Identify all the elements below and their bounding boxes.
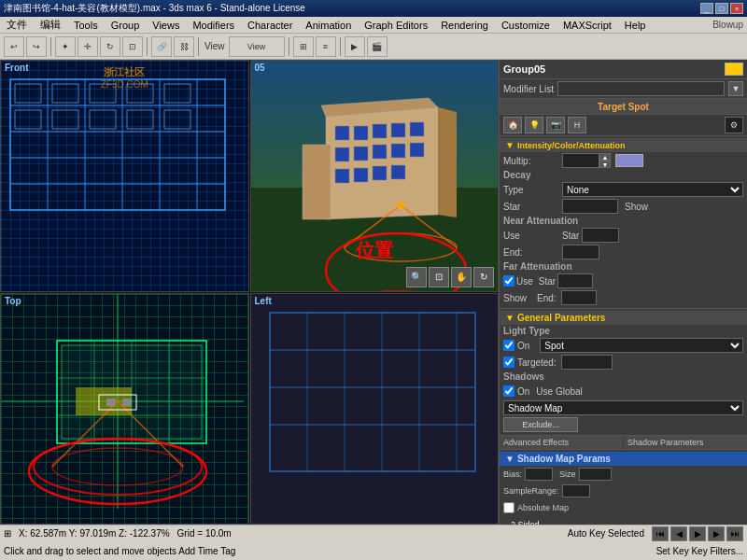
menu-graph-editors[interactable]: Graph Editors bbox=[361, 20, 430, 31]
multip-down[interactable]: ▼ bbox=[599, 161, 611, 168]
menu-customize[interactable]: Customize bbox=[499, 20, 553, 31]
nav-icons[interactable]: 🔍 ⊡ ✋ ↻ bbox=[406, 267, 494, 287]
panel-house-btn[interactable]: 🏠 bbox=[503, 117, 522, 133]
toolbar-unlink[interactable]: ⛓ bbox=[174, 36, 194, 57]
toolbar-undo[interactable]: ↩ bbox=[4, 36, 24, 57]
bias-label: Bias: bbox=[503, 469, 522, 479]
light-type-select[interactable]: Spot bbox=[540, 338, 743, 353]
menu-tools[interactable]: Tools bbox=[71, 20, 101, 31]
svg-rect-14 bbox=[164, 84, 190, 103]
menu-animation[interactable]: Animation bbox=[303, 20, 354, 31]
viewport-right[interactable]: Left bbox=[250, 293, 500, 525]
general-params-header[interactable]: ▼ General Parameters bbox=[500, 311, 747, 325]
viewport-perspective[interactable]: 05 bbox=[250, 60, 500, 292]
bias-input[interactable]: 0.0 bbox=[525, 468, 553, 481]
panel-cam-btn[interactable]: 📷 bbox=[546, 117, 565, 133]
type-select[interactable]: None bbox=[562, 182, 743, 197]
shadows-label: Shadows bbox=[500, 371, 747, 383]
near-start-input[interactable]: 0.0m bbox=[582, 228, 619, 243]
play-btn[interactable]: ▶ bbox=[689, 526, 706, 541]
shadow-map-params-header[interactable]: ▼ Shadow Map Params bbox=[500, 452, 747, 466]
object-color-swatch[interactable] bbox=[725, 63, 743, 76]
minimize-button[interactable]: _ bbox=[700, 3, 713, 14]
menu-edit[interactable]: 编辑 bbox=[37, 18, 63, 32]
toolbar-view-btn[interactable]: View bbox=[229, 36, 285, 57]
star-input[interactable]: 40.0m bbox=[562, 199, 618, 214]
toolbar-mirror[interactable]: ⊞ bbox=[293, 36, 314, 57]
panel-hierarchy-btn[interactable]: H bbox=[568, 117, 586, 133]
multip-spinner[interactable]: 1.2 ▲ ▼ bbox=[562, 153, 611, 168]
far-star-label: Star bbox=[539, 276, 556, 287]
target-dist-input[interactable]: 16.499m bbox=[561, 355, 613, 370]
shadows-on-checkbox[interactable] bbox=[503, 385, 514, 397]
prev-frame-btn[interactable]: ⏮ bbox=[652, 526, 669, 541]
toolbar-rotate[interactable]: ↻ bbox=[100, 36, 120, 57]
close-button[interactable]: × bbox=[730, 3, 743, 14]
modifier-list-label: Modifier List bbox=[503, 84, 554, 94]
toolbar-scale[interactable]: ⊡ bbox=[122, 36, 143, 57]
svg-rect-10 bbox=[15, 84, 41, 103]
decay-label: Decay bbox=[500, 169, 747, 181]
menu-character[interactable]: Character bbox=[245, 20, 295, 31]
two-sided-label: 2 Sided bbox=[511, 520, 540, 525]
titlebar: 津南图书馆-4-hat-美容(教材模型).max - 3ds max 6 - S… bbox=[0, 0, 747, 17]
maximize-button[interactable]: □ bbox=[715, 3, 728, 14]
intensity-section: ▼ Intensity/Color/Attenuation Multip: 1.… bbox=[500, 136, 747, 309]
intensity-header[interactable]: ▼ Intensity/Color/Attenuation bbox=[500, 138, 747, 152]
far-use-checkbox[interactable] bbox=[503, 275, 514, 287]
menu-file[interactable]: 文件 bbox=[4, 18, 30, 32]
multip-spinner-btns[interactable]: ▲ ▼ bbox=[599, 153, 611, 168]
exclude-row: Exclude... bbox=[500, 416, 747, 433]
multip-up[interactable]: ▲ bbox=[599, 153, 611, 161]
prev-key-btn[interactable]: ◀ bbox=[670, 526, 687, 541]
orbit-btn[interactable]: ↻ bbox=[473, 267, 494, 287]
far-start-input[interactable]: 12.0m bbox=[557, 273, 593, 288]
modifier-list-btn[interactable]: ▼ bbox=[728, 81, 743, 96]
menu-group[interactable]: Group bbox=[108, 20, 143, 31]
on-label: On bbox=[517, 341, 529, 351]
target-spot-row: Target Spot bbox=[500, 99, 747, 115]
toolbar-select[interactable]: ✦ bbox=[55, 36, 76, 57]
shadows-on-check: On Use Global bbox=[503, 385, 583, 397]
targeted-checkbox[interactable] bbox=[503, 357, 514, 368]
toolbar-redo[interactable]: ↪ bbox=[26, 36, 47, 57]
light-on-checkbox[interactable] bbox=[503, 340, 514, 351]
sample-range-input[interactable]: 8.0 bbox=[562, 484, 590, 497]
color-swatch-intensity[interactable] bbox=[615, 154, 643, 167]
near-end-input[interactable]: 0.0m bbox=[562, 245, 599, 259]
multip-row: Multip: 1.2 ▲ ▼ bbox=[500, 152, 747, 169]
svg-rect-23 bbox=[354, 126, 368, 140]
next-frame-btn[interactable]: ⏭ bbox=[726, 526, 743, 541]
menu-maxscript[interactable]: MAXScript bbox=[560, 20, 614, 31]
panel-light-btn[interactable]: 💡 bbox=[525, 117, 543, 133]
modifier-list-input[interactable] bbox=[557, 81, 725, 96]
menu-modifiers[interactable]: Modifiers bbox=[190, 20, 237, 31]
zoom-in-btn[interactable]: 🔍 bbox=[406, 267, 427, 287]
far-end-input[interactable]: 28.0m bbox=[561, 290, 597, 305]
next-key-btn[interactable]: ▶ bbox=[708, 526, 725, 541]
toolbar-link[interactable]: 🔗 bbox=[151, 36, 172, 57]
shadows-on-label: On bbox=[517, 386, 529, 397]
toolbar-render-setup[interactable]: 🎬 bbox=[367, 36, 388, 57]
menu-views[interactable]: Views bbox=[149, 20, 182, 31]
shadow-params-btn[interactable]: Shadow Parameters bbox=[624, 436, 747, 449]
multip-input[interactable]: 1.2 bbox=[562, 153, 599, 168]
shadow-map-select[interactable]: Shadow Map bbox=[503, 400, 743, 415]
window-controls[interactable]: _ □ × bbox=[700, 3, 743, 14]
exclude-btn[interactable]: Exclude... bbox=[503, 417, 578, 432]
toolbar-move[interactable]: ✛ bbox=[78, 36, 98, 57]
zoom-ext-btn[interactable]: ⊡ bbox=[429, 267, 449, 287]
multip-label: Multip: bbox=[503, 156, 559, 166]
menu-help[interactable]: Help bbox=[622, 20, 649, 31]
advanced-effects-btn[interactable]: Advanced Effects bbox=[500, 436, 623, 449]
viewport-top[interactable]: Top bbox=[0, 293, 249, 525]
svg-rect-59 bbox=[106, 399, 116, 406]
viewport-front[interactable]: Front bbox=[0, 60, 249, 292]
toolbar-align[interactable]: ≡ bbox=[316, 36, 336, 57]
panel-settings-btn[interactable]: ⚙ bbox=[725, 117, 743, 133]
pan-btn[interactable]: ✋ bbox=[451, 267, 472, 287]
size-input[interactable]: 512 bbox=[579, 468, 612, 481]
menu-rendering[interactable]: Rendering bbox=[438, 20, 491, 31]
toolbar-render[interactable]: ▶ bbox=[345, 36, 365, 57]
absolute-map-checkbox[interactable] bbox=[503, 502, 514, 513]
